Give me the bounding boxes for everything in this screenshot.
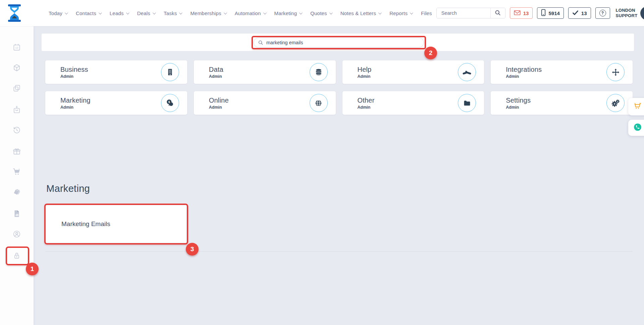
admin-card-marketing[interactable]: MarketingAdmin $ — [45, 91, 187, 115]
sidebar-account-icon[interactable] — [12, 230, 21, 238]
user-menu[interactable]: LONDON SUPPORT — [616, 6, 644, 20]
sidebar-price-tags-icon[interactable]: $ — [12, 188, 21, 197]
card-subtitle: Admin — [358, 105, 375, 110]
card-title: Business — [60, 66, 88, 73]
task-count-badge[interactable]: 13 — [568, 7, 591, 19]
card-title: Help — [358, 66, 372, 73]
globe-icon — [310, 94, 328, 112]
card-subtitle: Admin — [209, 105, 229, 110]
card-subtitle: Admin — [506, 105, 531, 110]
user-name: LONDON SUPPORT — [616, 8, 638, 18]
sidebar-product-box-icon[interactable] — [12, 63, 21, 72]
task-count: 13 — [581, 10, 587, 16]
global-search — [436, 8, 505, 18]
help-button[interactable]: ? — [595, 7, 610, 19]
chevron-down-icon — [299, 11, 303, 14]
admin-card-business[interactable]: BusinessAdmin — [45, 60, 187, 84]
mobile-phone-icon — [541, 9, 546, 17]
building-icon — [161, 63, 179, 81]
phone-float-button[interactable] — [628, 120, 644, 136]
chevron-down-icon — [65, 11, 68, 14]
nav-automation[interactable]: Automation — [230, 7, 270, 19]
card-subtitle: Admin — [60, 105, 91, 110]
top-header: Today Contacts Leads Deals Tasks Members… — [0, 0, 644, 26]
svg-text:$: $ — [168, 100, 170, 104]
help-icon: ? — [599, 10, 606, 16]
phone-count: 5914 — [548, 10, 559, 16]
chevron-down-icon — [153, 11, 156, 14]
handshake-icon — [458, 63, 476, 81]
envelope-icon — [514, 10, 521, 16]
admin-card-integrations[interactable]: IntegrationsAdmin — [491, 60, 633, 84]
comments-dollar-icon: $ — [161, 94, 179, 112]
nav-quotes[interactable]: Quotes — [306, 7, 336, 19]
nav-memberships[interactable]: Memberships — [186, 7, 230, 19]
admin-card-other[interactable]: OtherAdmin — [342, 91, 484, 115]
sidebar-calendar-icon[interactable]: 12 — [12, 43, 21, 52]
email-count-badge[interactable]: 13 — [510, 7, 533, 19]
folder-icon — [458, 94, 476, 112]
card-subtitle: Admin — [60, 74, 88, 79]
sidebar-copy-icon[interactable] — [12, 84, 21, 93]
nav-files[interactable]: Files — [417, 7, 436, 19]
nav-notes-letters[interactable]: Notes & Letters — [336, 7, 385, 19]
card-subtitle: Admin — [506, 74, 542, 79]
annotation-box-3 — [44, 204, 188, 245]
app-logo-icon[interactable] — [7, 4, 21, 22]
annotation-number-3: 3 — [186, 243, 199, 256]
sidebar-gift-icon[interactable] — [12, 147, 21, 156]
chevron-down-icon — [263, 11, 266, 14]
admin-card-grid: BusinessAdmin DataAdmin H — [45, 60, 633, 115]
left-sidebar: 12 — [0, 26, 34, 325]
nav-leads[interactable]: Leads — [105, 7, 133, 19]
chevron-down-icon — [126, 11, 129, 14]
main-content: BusinessAdmin DataAdmin H — [34, 26, 644, 325]
admin-card-data[interactable]: DataAdmin — [194, 60, 336, 84]
nav-deals[interactable]: Deals — [133, 7, 159, 19]
card-title: Marketing — [60, 97, 91, 104]
global-search-input[interactable] — [437, 8, 490, 18]
card-title: Integrations — [506, 66, 542, 73]
chevron-down-icon — [378, 11, 382, 14]
move-arrows-icon — [606, 63, 625, 81]
nav-reports[interactable]: Reports — [385, 7, 417, 19]
annotation-box-2 — [252, 36, 426, 49]
chevron-down-icon — [329, 11, 333, 14]
sidebar-bag-download-icon[interactable] — [12, 105, 21, 114]
nav-marketing[interactable]: Marketing — [270, 7, 306, 19]
phone-icon — [633, 123, 642, 133]
chevron-down-icon — [179, 11, 182, 14]
admin-card-settings[interactable]: SettingsAdmin — [491, 91, 633, 115]
admin-card-online[interactable]: OnlineAdmin — [194, 91, 336, 115]
sidebar-cart-icon[interactable] — [12, 167, 21, 176]
card-title: Online — [209, 97, 229, 104]
card-subtitle: Admin — [358, 74, 372, 79]
cart-float-button[interactable] — [628, 98, 644, 115]
email-count: 13 — [523, 10, 529, 16]
admin-card-help[interactable]: HelpAdmin — [342, 60, 484, 84]
cart-icon — [633, 102, 642, 112]
svg-text:12: 12 — [15, 46, 18, 49]
annotation-number-2: 2 — [424, 47, 437, 59]
annotation-number-1: 1 — [26, 263, 39, 275]
search-icon — [494, 9, 501, 17]
global-search-button[interactable] — [490, 8, 505, 18]
sidebar-history-icon[interactable] — [12, 126, 21, 134]
annotation-box-1 — [6, 247, 29, 265]
gears-icon — [606, 94, 625, 112]
nav-contacts[interactable]: Contacts — [71, 7, 105, 19]
card-title: Data — [209, 66, 223, 73]
chevron-down-icon — [224, 11, 227, 14]
nav-tasks[interactable]: Tasks — [159, 7, 186, 19]
avatar — [640, 6, 644, 20]
header-right-cluster: 13 5914 13 ? LONDON SUPPORT — [436, 6, 644, 20]
chevron-down-icon — [410, 11, 413, 14]
sidebar-report-document-icon[interactable] — [12, 209, 21, 218]
card-subtitle: Admin — [209, 74, 223, 79]
section-divider — [45, 251, 633, 252]
phone-count-badge[interactable]: 5914 — [537, 7, 564, 19]
section-title: Marketing — [46, 183, 90, 194]
checkmark-icon — [572, 10, 579, 16]
nav-today[interactable]: Today — [44, 7, 71, 19]
card-title: Other — [358, 97, 375, 104]
